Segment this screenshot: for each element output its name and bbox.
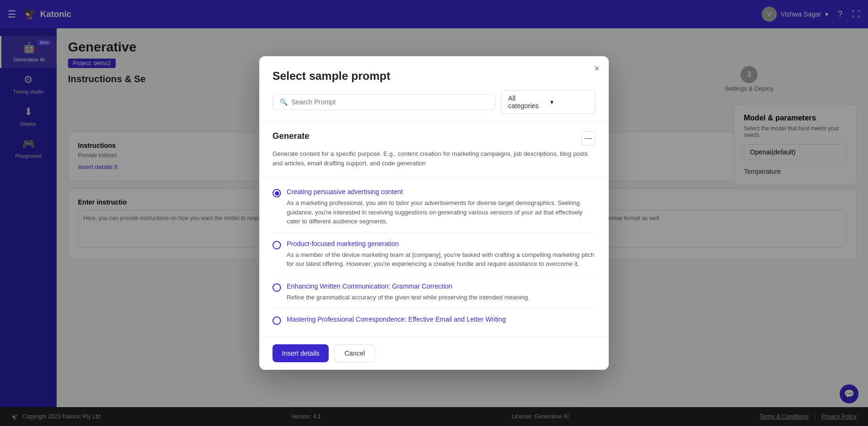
modal-title: Select sample prompt xyxy=(272,69,596,83)
prompt-title-grammar[interactable]: Enhancing Written Communication: Grammar… xyxy=(287,282,596,290)
category-dropdown[interactable]: All categories ▾ xyxy=(501,90,596,114)
prompt-desc-product-marketing: As a member of the device marketing team… xyxy=(287,250,596,269)
list-item: Creating persuasive advertising content … xyxy=(272,181,596,233)
prompt-content-persuasive: Creating persuasive advertising content … xyxy=(287,188,596,226)
generate-description: Generate content for a specific purpose.… xyxy=(272,149,596,168)
radio-button-grammar[interactable] xyxy=(272,283,281,292)
generate-section-title: Generate xyxy=(272,131,309,141)
collapse-button[interactable]: — xyxy=(581,131,596,145)
search-input-wrapper: 🔍 xyxy=(272,94,495,110)
chevron-down-icon: ▾ xyxy=(550,98,588,106)
prompt-content-grammar: Enhancing Written Communication: Grammar… xyxy=(287,282,596,302)
prompt-title-product-marketing[interactable]: Product-focused marketing generation xyxy=(287,240,596,247)
modal-footer: Insert details Cancel xyxy=(259,336,609,370)
prompt-content-correspondence: Mastering Professional Correspondence: E… xyxy=(287,315,596,326)
search-prompt-input[interactable] xyxy=(291,98,488,106)
prompt-title-correspondence[interactable]: Mastering Professional Correspondence: E… xyxy=(287,315,596,323)
modal-body: Generate — Generate content for a specif… xyxy=(259,122,609,336)
prompt-desc-persuasive: As a marketing professional, you aim to … xyxy=(287,198,596,226)
list-item: Product-focused marketing generation As … xyxy=(272,233,596,276)
modal-search-row: 🔍 All categories ▾ xyxy=(272,90,596,114)
insert-details-button[interactable]: Insert details xyxy=(272,344,329,362)
radio-button-correspondence[interactable] xyxy=(272,316,281,325)
search-icon: 🔍 xyxy=(280,98,288,106)
modal-header: Select sample prompt × 🔍 All categories … xyxy=(259,56,609,122)
prompt-desc-grammar: Refine the grammatical accuracy of the g… xyxy=(287,293,596,302)
prompt-list: Creating persuasive advertising content … xyxy=(259,178,609,336)
category-label: All categories xyxy=(508,94,546,110)
cancel-button[interactable]: Cancel xyxy=(334,344,375,362)
prompt-content-product-marketing: Product-focused marketing generation As … xyxy=(287,240,596,269)
list-item: Enhancing Written Communication: Grammar… xyxy=(272,276,596,309)
select-prompt-modal: Select sample prompt × 🔍 All categories … xyxy=(259,56,609,370)
list-item: Mastering Professional Correspondence: E… xyxy=(272,309,596,332)
radio-button-persuasive[interactable] xyxy=(272,189,281,197)
prompt-title-persuasive[interactable]: Creating persuasive advertising content xyxy=(287,188,596,196)
modal-close-button[interactable]: × xyxy=(594,64,599,74)
radio-button-product-marketing[interactable] xyxy=(272,241,281,249)
generate-section: Generate — Generate content for a specif… xyxy=(259,122,609,178)
